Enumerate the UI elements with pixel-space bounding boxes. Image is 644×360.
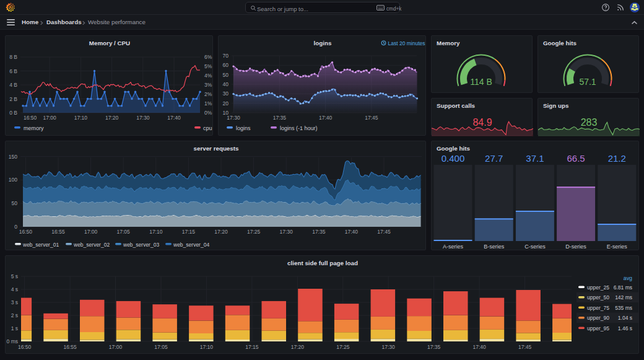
svg-text:50: 50	[223, 72, 229, 78]
svg-text:17:30: 17:30	[227, 115, 240, 121]
svg-text:0 ms: 0 ms	[7, 338, 18, 345]
svg-text:upper_50: upper_50	[587, 294, 609, 301]
svg-text:17:00: 17:00	[43, 115, 57, 121]
svg-text:memory: memory	[24, 125, 44, 131]
svg-text:17:45: 17:45	[365, 115, 378, 121]
svg-text:A-series: A-series	[443, 244, 464, 250]
svg-text:6 B: 6 B	[9, 68, 17, 74]
svg-text:1%: 1%	[204, 100, 212, 107]
svg-text:17:10: 17:10	[149, 229, 163, 235]
svg-text:100: 100	[9, 177, 17, 183]
svg-text:logins: logins	[314, 40, 332, 46]
svg-text:60: 60	[223, 62, 229, 68]
svg-text:37.1: 37.1	[526, 153, 544, 164]
svg-text:17:40: 17:40	[319, 115, 333, 121]
svg-text:30: 30	[223, 90, 229, 97]
svg-text:upper_95: upper_95	[587, 325, 609, 331]
svg-text:17:45: 17:45	[377, 229, 391, 235]
svg-text:cpu: cpu	[203, 125, 212, 131]
svg-text:6.81 ms: 6.81 ms	[614, 284, 632, 291]
svg-text:17:30: 17:30	[136, 115, 150, 121]
svg-text:web_server_03: web_server_03	[123, 242, 159, 248]
svg-text:4 s: 4 s	[11, 286, 18, 292]
svg-text:17:30: 17:30	[382, 344, 396, 350]
svg-text:1.46 s: 1.46 s	[618, 325, 632, 331]
svg-text:17:45: 17:45	[518, 344, 532, 350]
svg-text:17:25: 17:25	[247, 229, 261, 235]
svg-text:16:55: 16:55	[51, 229, 65, 235]
svg-text:5%: 5%	[204, 63, 212, 69]
svg-text:Google hits: Google hits	[543, 40, 577, 46]
svg-text:Sign ups: Sign ups	[543, 102, 569, 109]
svg-text:D-series: D-series	[565, 244, 586, 250]
svg-text:21.2: 21.2	[608, 153, 626, 164]
svg-text:535 ms: 535 ms	[615, 305, 632, 311]
svg-text:0 B: 0 B	[9, 110, 17, 116]
svg-text:Memory: Memory	[437, 40, 460, 46]
svg-text:0.400: 0.400	[442, 153, 465, 164]
svg-text:2 s: 2 s	[11, 312, 18, 318]
svg-text:web_server_01: web_server_01	[22, 242, 59, 248]
svg-text:3 s: 3 s	[11, 299, 18, 305]
svg-text:E-series: E-series	[607, 244, 628, 250]
svg-text:4 B: 4 B	[9, 82, 17, 88]
svg-text:Memory / CPU: Memory / CPU	[89, 40, 130, 46]
svg-text:avg: avg	[624, 275, 632, 281]
svg-text:0%: 0%	[204, 110, 212, 116]
svg-text:27.7: 27.7	[485, 153, 503, 164]
svg-text:17:40: 17:40	[472, 344, 486, 350]
svg-text:2 B: 2 B	[9, 96, 17, 102]
svg-text:17:40: 17:40	[167, 115, 181, 121]
svg-text:20: 20	[223, 100, 229, 107]
svg-text:16:50: 16:50	[19, 229, 33, 235]
svg-text:upper_90: upper_90	[587, 315, 609, 321]
svg-text:70: 70	[223, 53, 229, 59]
svg-text:1.04 s: 1.04 s	[618, 315, 632, 321]
svg-text:142 ms: 142 ms	[615, 294, 632, 301]
svg-text:Last 20 minutes: Last 20 minutes	[388, 40, 425, 46]
svg-text:client side full page load: client side full page load	[287, 260, 358, 266]
svg-text:17:05: 17:05	[117, 229, 131, 235]
svg-text:17:40: 17:40	[345, 229, 359, 235]
svg-text:logins (-1 hour): logins (-1 hour)	[280, 125, 318, 131]
svg-text:logins: logins	[236, 125, 251, 131]
svg-text:17:00: 17:00	[84, 229, 98, 235]
svg-text:2%: 2%	[204, 91, 212, 97]
svg-text:B-series: B-series	[484, 244, 505, 250]
svg-text:C-series: C-series	[524, 244, 546, 250]
svg-text:6%: 6%	[204, 54, 212, 60]
svg-text:17:35: 17:35	[312, 229, 326, 235]
svg-text:66.5: 66.5	[567, 153, 585, 164]
svg-text:57.1: 57.1	[579, 77, 596, 87]
svg-text:17:20: 17:20	[105, 115, 119, 121]
svg-text:8 B: 8 B	[9, 54, 17, 60]
svg-text:1 s: 1 s	[11, 325, 18, 331]
svg-text:84.9: 84.9	[472, 117, 492, 128]
svg-text:web_server_04: web_server_04	[173, 242, 209, 248]
svg-text:17:05: 17:05	[154, 344, 168, 350]
svg-text:16:55: 16:55	[63, 344, 77, 350]
svg-text:upper_25: upper_25	[587, 284, 609, 291]
svg-text:5 s: 5 s	[11, 273, 18, 279]
svg-text:17:20: 17:20	[214, 229, 228, 235]
svg-text:4%: 4%	[204, 72, 212, 79]
svg-text:114 B: 114 B	[470, 77, 492, 87]
svg-text:17:30: 17:30	[280, 229, 294, 235]
svg-text:3%: 3%	[204, 82, 212, 88]
svg-text:16:50: 16:50	[18, 344, 32, 350]
svg-text:17:15: 17:15	[245, 344, 259, 350]
svg-text:17:20: 17:20	[291, 344, 305, 350]
svg-text:Google hits: Google hits	[437, 145, 470, 152]
svg-text:upper_75: upper_75	[587, 305, 609, 311]
svg-text:server requests: server requests	[194, 145, 240, 152]
svg-text:17:15: 17:15	[182, 229, 196, 235]
svg-text:17:25: 17:25	[336, 344, 350, 350]
svg-text:0: 0	[14, 224, 17, 230]
svg-text:17:10: 17:10	[74, 115, 88, 121]
svg-text:17:10: 17:10	[200, 344, 214, 350]
svg-text:150: 150	[9, 154, 17, 160]
svg-text:40: 40	[223, 81, 229, 87]
svg-text:17:35: 17:35	[427, 344, 441, 350]
svg-text:283: 283	[581, 117, 598, 128]
svg-text:web_server_02: web_server_02	[73, 242, 110, 248]
